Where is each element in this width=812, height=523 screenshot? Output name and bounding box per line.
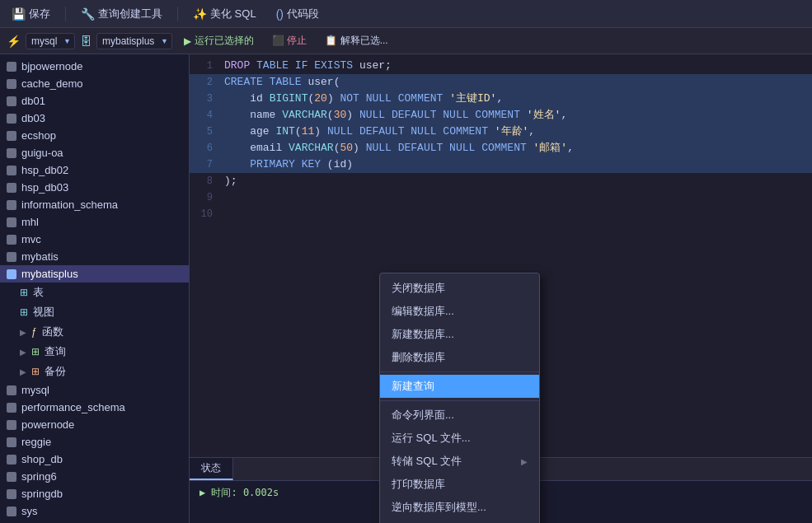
db-bullet: [7, 472, 16, 482]
sidebar-item-sys[interactable]: sys: [0, 502, 189, 520]
beautify-button[interactable]: ✨ 美化 SQL: [188, 5, 261, 23]
db-bullet: [7, 114, 16, 124]
db-bullet: [7, 235, 16, 245]
sidebar-item-cache-demo[interactable]: cache_demo: [0, 75, 189, 92]
db-bullet: [7, 79, 16, 89]
db-icon: 🗄: [80, 35, 92, 48]
db-select[interactable]: mybatisplus: [96, 33, 172, 49]
explain-icon: 📋: [325, 35, 337, 46]
expand-arrow-backup: ▶: [20, 367, 26, 376]
code-line-2: 2 CREATE TABLE user(: [190, 74, 812, 91]
db-bullet: [7, 217, 16, 227]
connection-bar: ⚡ mysql 🗄 mybatisplus ▶ 运行已选择的 ⬛ 停止 📋 解释…: [0, 28, 812, 54]
sidebar-item-bjpowernode[interactable]: bjpowernode: [0, 58, 189, 75]
mysql-select[interactable]: mysql: [26, 33, 75, 49]
db-bullet: [7, 385, 16, 395]
sidebar-item-guigu-oa[interactable]: guigu-oa: [0, 144, 189, 161]
menu-edit-db[interactable]: 编辑数据库...: [380, 300, 539, 323]
db-bullet-active: [7, 269, 16, 279]
menu-new-query[interactable]: 新建查询: [380, 375, 539, 398]
code-line-7: 7 PRIMARY KEY (id): [190, 156, 812, 173]
menu-delete-db[interactable]: 删除数据库: [380, 346, 539, 369]
code-line-9: 9: [190, 189, 812, 206]
beautify-icon: ✨: [193, 7, 207, 21]
sidebar-item-mysql[interactable]: mysql: [0, 381, 189, 399]
menu-reverse-db[interactable]: 逆向数据库到模型...: [380, 496, 539, 519]
sidebar-item-mvc[interactable]: mvc: [0, 231, 189, 248]
db-bullet: [7, 252, 16, 262]
sidebar-item-mhl[interactable]: mhl: [0, 213, 189, 231]
sidebar-item-ecshop[interactable]: ecshop: [0, 127, 189, 144]
sidebar-child-backup[interactable]: ▶ ⊞ 备份: [0, 362, 189, 381]
sidebar-item-mybatisplus[interactable]: mybatisplus: [0, 265, 189, 283]
divider-2: [177, 7, 178, 21]
menu-dump-sql[interactable]: 转储 SQL 文件 ▶: [380, 450, 539, 473]
menu-print-db[interactable]: 打印数据库: [380, 473, 539, 496]
code-line-10: 10: [190, 206, 812, 222]
sidebar-item-hsp-db03[interactable]: hsp_db03: [0, 179, 189, 196]
db-bullet: [7, 131, 16, 141]
sidebar: bjpowernode cache_demo db01 db03 ecshop …: [0, 54, 190, 523]
code-line-5: 5 age INT(11) NULL DEFAULT NULL COMMENT …: [190, 124, 812, 140]
connection-icon: ⚡: [7, 35, 21, 48]
code-line-6: 6 email VARCHAR(50) NULL DEFAULT NULL CO…: [190, 140, 812, 156]
query-list-icon: ⊞: [31, 346, 40, 357]
menu-run-sql-file[interactable]: 运行 SQL 文件...: [380, 427, 539, 450]
db-bullet: [7, 200, 16, 210]
context-menu: 关闭数据库 编辑数据库... 新建数据库... 删除数据库 新建查询 命令列界面…: [379, 273, 540, 523]
query-tool-button[interactable]: 🔧 查询创建工具: [76, 5, 167, 23]
sidebar-item-performance-schema[interactable]: performance_schema: [0, 399, 189, 416]
db-bullet: [7, 183, 16, 193]
db-bullet: [7, 420, 16, 430]
sidebar-child-table[interactable]: ⊞ 表: [0, 283, 189, 302]
db-bullet: [7, 96, 16, 106]
db-bullet: [7, 148, 16, 158]
db-bullet: [7, 507, 16, 516]
db-bullet: [7, 455, 16, 465]
sidebar-child-func[interactable]: ▶ ƒ 函数: [0, 322, 189, 342]
sidebar-child-query[interactable]: ▶ ⊞ 查询: [0, 342, 189, 362]
db-select-wrapper: mybatisplus: [96, 33, 172, 49]
view-icon: ⊞: [20, 306, 28, 318]
main-layout: bjpowernode cache_demo db01 db03 ecshop …: [0, 54, 812, 523]
expand-arrow-query: ▶: [20, 348, 26, 357]
sidebar-item-powernode[interactable]: powernode: [0, 416, 189, 433]
stop-button[interactable]: ⬛ 停止: [265, 32, 313, 49]
explain-button[interactable]: 📋 解释已选...: [318, 32, 394, 49]
status-tab[interactable]: 状态: [190, 458, 233, 480]
code-line-1: 1 DROP TABLE IF EXISTS user;: [190, 58, 812, 74]
divider-1: [65, 7, 66, 21]
menu-close-db[interactable]: 关闭数据库: [380, 277, 539, 300]
menu-cmd-ui[interactable]: 命令列界面...: [380, 404, 539, 427]
db-bullet: [7, 403, 16, 413]
sidebar-item-information-schema[interactable]: information_schema: [0, 196, 189, 213]
sidebar-item-mybatis[interactable]: mybatis: [0, 248, 189, 265]
sidebar-item-reggie[interactable]: reggie: [0, 433, 189, 451]
run-button[interactable]: ▶ 运行已选择的: [177, 32, 260, 49]
code-segment-button[interactable]: () 代码段: [271, 5, 324, 23]
sidebar-item-db03[interactable]: db03: [0, 110, 189, 127]
code-line-4: 4 name VARCHAR(30) NULL DEFAULT NULL COM…: [190, 107, 812, 124]
db-bullet: [7, 166, 16, 175]
toolbar: 💾 保存 🔧 查询创建工具 ✨ 美化 SQL () 代码段: [0, 0, 812, 28]
sidebar-item-hsp-db02[interactable]: hsp_db02: [0, 161, 189, 179]
save-icon: 💾: [12, 7, 26, 21]
sidebar-child-view[interactable]: ⊞ 视图: [0, 302, 189, 322]
menu-divider-2: [380, 400, 539, 401]
menu-new-db[interactable]: 新建数据库...: [380, 323, 539, 346]
db-bullet: [7, 62, 16, 72]
mysql-select-wrapper: mysql: [26, 33, 75, 49]
submenu-arrow: ▶: [521, 457, 528, 466]
sidebar-item-spring6[interactable]: spring6: [0, 468, 189, 485]
backup-icon: ⊞: [31, 366, 40, 377]
menu-find-in-db[interactable]: 在数据库中查找: [380, 519, 539, 523]
sidebar-item-db01[interactable]: db01: [0, 92, 189, 110]
sidebar-item-springdb[interactable]: springdb: [0, 485, 189, 502]
db-bullet: [7, 437, 16, 447]
code-line-3: 3 id BIGINT(20) NOT NULL COMMENT '主键ID',: [190, 91, 812, 107]
sidebar-item-shop-db[interactable]: shop_db: [0, 451, 189, 468]
code-line-8: 8 );: [190, 173, 812, 189]
db-bullet: [7, 489, 16, 499]
save-button[interactable]: 💾 保存: [7, 5, 55, 23]
run-icon: ▶: [184, 35, 191, 47]
